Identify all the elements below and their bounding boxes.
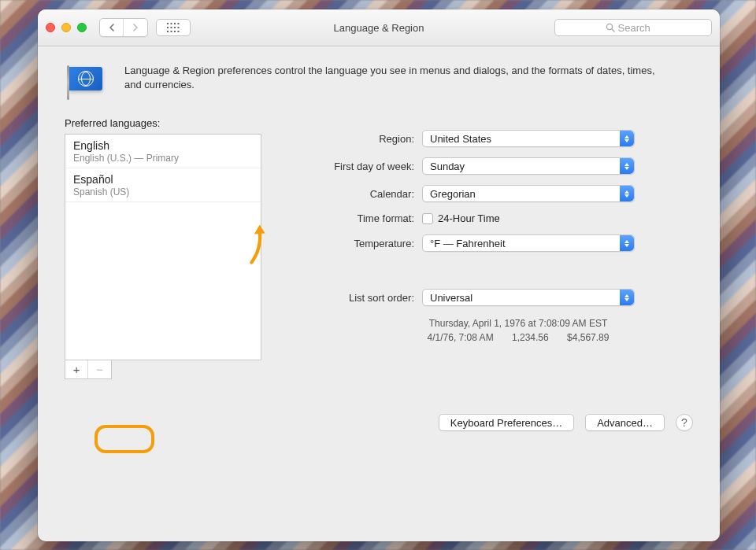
svg-rect-10 bbox=[174, 31, 176, 32]
window-controls bbox=[46, 23, 87, 32]
region-label: Region: bbox=[296, 133, 422, 145]
sample-number: 1,234.56 bbox=[512, 332, 549, 343]
temperature-row: Temperature: °F — Fahrenheit bbox=[296, 234, 693, 252]
stepper-icon bbox=[620, 235, 634, 251]
plus-icon: + bbox=[73, 363, 80, 376]
svg-rect-4 bbox=[167, 27, 169, 28]
chevron-left-icon bbox=[109, 24, 115, 31]
preferred-languages-list[interactable]: English English (U.S.) — Primary Español… bbox=[65, 134, 261, 360]
close-window-button[interactable] bbox=[46, 23, 55, 32]
language-list-controls: + − bbox=[65, 360, 112, 379]
svg-rect-2 bbox=[174, 23, 176, 24]
time-format-checkbox-wrap[interactable]: 24-Hour Time bbox=[422, 212, 500, 224]
svg-rect-8 bbox=[167, 31, 169, 32]
stepper-icon bbox=[620, 158, 634, 174]
region-value: United States bbox=[430, 133, 491, 145]
preferred-languages-label: Preferred languages: bbox=[65, 117, 269, 129]
show-all-button[interactable] bbox=[156, 19, 191, 36]
search-field[interactable] bbox=[554, 19, 712, 36]
stepper-icon bbox=[620, 186, 634, 201]
calendar-select[interactable]: Gregorian bbox=[422, 185, 635, 202]
time-format-checkbox[interactable] bbox=[422, 213, 433, 224]
help-icon: ? bbox=[681, 416, 687, 429]
preferred-languages-section: Preferred languages: English English (U.… bbox=[65, 117, 269, 379]
help-button[interactable]: ? bbox=[676, 414, 693, 431]
window-body: Language & Region preferences control th… bbox=[38, 46, 720, 447]
search-input[interactable] bbox=[618, 22, 662, 34]
settings-column: Region: United States First day of week:… bbox=[296, 117, 693, 379]
first-day-row: First day of week: Sunday bbox=[296, 157, 693, 175]
temperature-select[interactable]: °F — Fahrenheit bbox=[422, 234, 635, 252]
svg-rect-9 bbox=[171, 31, 172, 32]
language-region-icon bbox=[65, 65, 109, 100]
window-title: Language & Region bbox=[334, 22, 424, 34]
first-day-label: First day of week: bbox=[296, 161, 422, 172]
language-subtitle: Spanish (US) bbox=[73, 186, 253, 197]
calendar-value: Gregorian bbox=[430, 188, 476, 200]
advanced-button[interactable]: Advanced… bbox=[585, 414, 665, 431]
language-item[interactable]: Español Spanish (US) bbox=[65, 168, 261, 202]
temperature-value: °F — Fahrenheit bbox=[430, 238, 506, 249]
remove-language-button[interactable]: − bbox=[88, 360, 111, 378]
calendar-row: Calendar: Gregorian bbox=[296, 185, 693, 202]
stepper-icon bbox=[620, 131, 634, 146]
svg-rect-6 bbox=[174, 27, 176, 28]
zoom-window-button[interactable] bbox=[77, 23, 87, 32]
nav-buttons bbox=[99, 18, 148, 37]
list-sort-label: List sort order: bbox=[296, 292, 422, 304]
header-description: Language & Region preferences control th… bbox=[124, 64, 660, 92]
first-day-value: Sunday bbox=[430, 161, 465, 172]
stepper-icon bbox=[620, 290, 634, 305]
list-sort-select[interactable]: Universal bbox=[422, 289, 635, 306]
header: Language & Region preferences control th… bbox=[65, 64, 693, 100]
language-item[interactable]: English English (U.S.) — Primary bbox=[65, 135, 261, 168]
svg-rect-0 bbox=[167, 23, 169, 24]
back-button[interactable] bbox=[100, 19, 124, 36]
svg-rect-5 bbox=[171, 27, 172, 28]
language-subtitle: English (U.S.) — Primary bbox=[73, 153, 253, 164]
format-sample: Thursday, April 1, 1976 at 7:08:09 AM ES… bbox=[343, 316, 693, 345]
chevron-right-icon bbox=[132, 24, 139, 31]
svg-rect-3 bbox=[178, 23, 180, 24]
grid-icon bbox=[167, 23, 180, 32]
svg-rect-7 bbox=[178, 27, 180, 28]
sample-currency: $4,567.89 bbox=[567, 332, 609, 343]
first-day-select[interactable]: Sunday bbox=[422, 157, 635, 175]
temperature-label: Temperature: bbox=[296, 238, 422, 249]
form-area: Preferred languages: English English (U.… bbox=[65, 117, 693, 379]
preferences-window: Language & Region Language & Region pref… bbox=[38, 9, 720, 541]
region-select[interactable]: United States bbox=[422, 130, 635, 147]
forward-button[interactable] bbox=[124, 19, 147, 36]
minus-icon: − bbox=[96, 363, 103, 376]
svg-rect-1 bbox=[171, 23, 172, 24]
list-sort-row: List sort order: Universal bbox=[296, 289, 693, 306]
search-icon bbox=[606, 23, 615, 32]
sample-line-1: Thursday, April 1, 1976 at 7:08:09 AM ES… bbox=[343, 316, 693, 330]
footer-buttons: Keyboard Preferences… Advanced… ? bbox=[65, 414, 693, 431]
list-sort-value: Universal bbox=[430, 292, 472, 304]
time-format-row: Time format: 24-Hour Time bbox=[296, 212, 693, 224]
keyboard-preferences-button[interactable]: Keyboard Preferences… bbox=[439, 414, 574, 431]
language-name: English bbox=[73, 139, 253, 152]
titlebar: Language & Region bbox=[38, 9, 720, 46]
svg-rect-11 bbox=[178, 31, 180, 32]
time-format-checkbox-label: 24-Hour Time bbox=[438, 212, 500, 224]
minimize-window-button[interactable] bbox=[61, 23, 71, 32]
sample-date: 4/1/76, 7:08 AM bbox=[428, 332, 494, 343]
calendar-label: Calendar: bbox=[296, 188, 422, 200]
add-language-button[interactable]: + bbox=[65, 360, 88, 378]
language-name: Español bbox=[73, 173, 253, 186]
sample-line-2: 4/1/76, 7:08 AM 1,234.56 $4,567.89 bbox=[343, 330, 693, 345]
region-row: Region: United States bbox=[296, 130, 693, 147]
time-format-label: Time format: bbox=[296, 212, 422, 224]
svg-point-12 bbox=[606, 24, 612, 29]
svg-line-13 bbox=[612, 29, 614, 31]
